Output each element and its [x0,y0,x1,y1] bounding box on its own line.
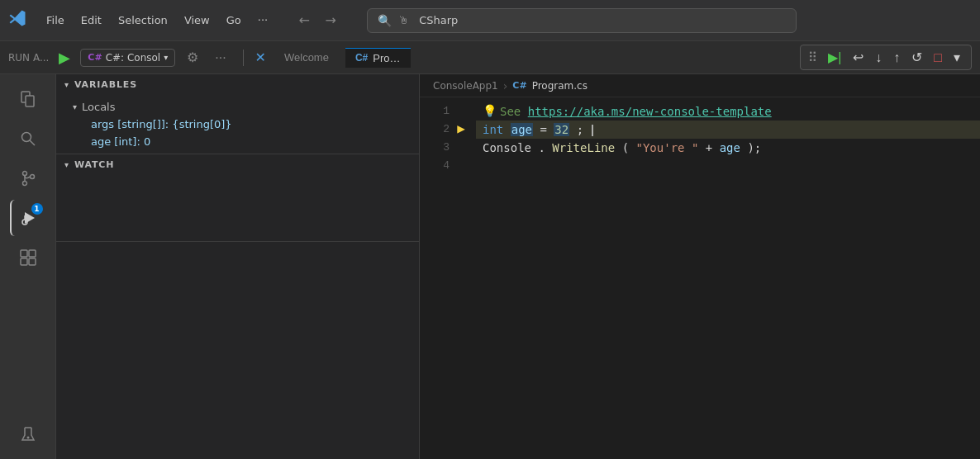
activity-run-debug[interactable]: 1 [10,200,46,236]
search-text: CSharp [419,14,458,26]
menu-go[interactable]: Go [220,11,248,30]
activity-explorer[interactable] [10,81,46,117]
svg-point-2 [21,133,31,142]
svg-line-3 [30,140,35,145]
activity-search[interactable] [10,121,46,157]
debug-restart-button[interactable]: ↺ [907,48,926,67]
breadcrumb: ConsoleApp1 › C# Program.cs [420,74,980,97]
code-line-3-content: Console . WriteLine ( "You're " + age ); [483,139,761,157]
variables-section: ▾ VARIABLES ▾ Locals args [string[]]: {s… [56,74,419,154]
menu-selection[interactable]: Selection [112,11,174,30]
watch-label: WATCH [74,159,114,170]
watch-header[interactable]: ▾ WATCH [56,154,419,175]
menu-more[interactable]: ··· [251,11,274,30]
settings-button[interactable]: ⚙ [182,48,203,67]
breadcrumb-sep1: › [503,79,508,92]
tab-program-cs[interactable]: C# Pro… [345,48,411,68]
semicolon: ; [577,123,583,136]
svg-point-6 [30,175,34,179]
line-num-3: 3 [433,139,450,157]
locals-chevron: ▾ [73,102,77,111]
debug-toolbar: ⠿ ▶| ↩ ↓ ↑ ↺ □ ▾ [800,45,972,70]
variables-header[interactable]: ▾ VARIABLES [56,74,419,95]
kw-int: int [483,123,503,136]
menu-file[interactable]: File [40,11,71,30]
config-label: C#: Consol [106,52,161,64]
lightbulb-icon: 💡 [483,102,497,121]
forward-button[interactable]: → [321,11,340,31]
toolbar-divider [243,50,244,66]
vscode-logo [8,9,26,31]
debug-continue-button[interactable]: ▶| [824,48,845,67]
sidebar: ▾ VARIABLES ▾ Locals args [string[]]: {s… [56,74,420,459]
menu-edit[interactable]: Edit [74,11,108,30]
tab-program-label: Pro… [373,52,400,64]
editor-area: ConsoleApp1 › C# Program.cs 1 2 ▶ [420,74,980,459]
svg-point-16 [26,437,29,439]
back-button[interactable]: ← [294,11,314,31]
dropdown-chevron: ▾ [164,53,168,62]
line-2-gutter: 2 ▶ [420,121,476,139]
variables-content: ▾ Locals args [string[]]: {string[0]} ag… [56,95,419,154]
selected-32: 32 [554,123,569,136]
variables-label: VARIABLES [74,79,137,90]
debug-arrow-container: ▶ [453,121,469,139]
run-button[interactable]: ▶ [55,47,74,69]
cursor-indicator: 🖱 [398,14,409,26]
activity-source-control[interactable] [10,160,46,196]
var-age-name: age [int]: 0 [91,135,150,148]
debug-step-out-button[interactable]: ↑ [889,49,904,67]
debug-grip-icon: ⠿ [807,50,817,65]
config-dropdown[interactable]: C# C#: Consol ▾ [80,49,175,67]
tab-welcome-label: Welcome [284,51,329,64]
cs-icon-config: C# [88,52,102,63]
svg-point-5 [22,182,26,186]
tab-welcome[interactable]: Welcome [274,48,339,67]
menu-bar: File Edit Selection View Go ··· [40,11,274,30]
locals-row[interactable]: ▾ Locals [56,98,419,116]
code-lines: 💡 See https://aka.ms/new-console-templat… [476,97,980,459]
toolbar-bar: RUN A... ▶ C# C#: Consol ▾ ⚙ ··· ✕ Welco… [0,41,980,74]
debug-stop-button[interactable]: □ [930,49,946,67]
code-line-2[interactable]: int age = 32 ; [476,121,980,139]
svg-rect-12 [29,250,36,257]
menu-view[interactable]: View [178,11,216,30]
watch-section: ▾ WATCH [56,154,419,242]
svg-rect-13 [21,258,27,265]
code-line-1[interactable]: 💡 See https://aka.ms/new-console-templat… [476,102,980,121]
line-3-gutter: 3 [420,139,476,157]
nav-buttons: ← → [294,11,340,31]
var-age[interactable]: age [int]: 0 [56,133,419,150]
debug-more-button[interactable]: ▾ [949,48,964,67]
code-line-3[interactable]: Console . WriteLine ( "You're " + age ); [476,139,980,157]
line-num-4: 4 [433,157,450,175]
line-4-gutter: 4 [420,157,476,175]
activity-test[interactable] [10,416,46,452]
debug-step-into-button[interactable]: ↓ [871,49,886,67]
locals-label: Locals [82,101,115,113]
watch-chevron: ▾ [64,160,69,169]
debug-badge: 1 [31,203,43,215]
svg-marker-8 [25,212,35,224]
selected-age: age [511,123,533,136]
string-literal: "You're " [636,141,699,154]
watch-content [56,175,419,241]
breadcrumb-file[interactable]: Program.cs [532,80,588,92]
paren-close-semi: ); [747,141,761,154]
search-bar[interactable]: 🔍 🖱 CSharp [367,8,797,33]
breadcrumb-project[interactable]: ConsoleApp1 [433,80,498,92]
code-editor[interactable]: 1 2 ▶ 3 4 [420,97,980,459]
title-bar: File Edit Selection View Go ··· ← → 🔍 🖱 … [0,0,980,41]
debug-step-over-button[interactable]: ↩ [849,48,868,67]
svg-point-4 [22,172,26,176]
comment-url[interactable]: https://aka.ms/new-console-template [528,105,772,118]
gutter: 1 2 ▶ 3 4 [420,97,476,459]
plus-op: + [706,141,720,154]
activity-extensions[interactable] [10,239,46,276]
code-line-4[interactable] [476,157,980,175]
var-args[interactable]: args [string[]]: {string[0]} [56,116,419,133]
line-num-1: 1 [433,102,450,121]
paren-open: ( [622,141,629,154]
eq-op: = [540,123,554,136]
more-options-button[interactable]: ··· [210,49,231,67]
